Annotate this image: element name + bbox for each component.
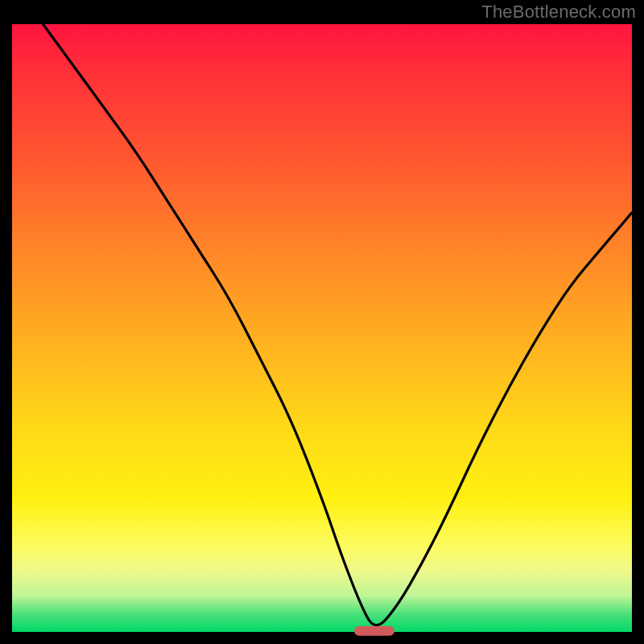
plot-area [12, 24, 632, 632]
bottleneck-curve [12, 24, 632, 632]
optimal-marker [354, 626, 394, 636]
chart-frame: TheBottleneck.com [0, 0, 644, 644]
watermark-text: TheBottleneck.com [481, 2, 636, 23]
